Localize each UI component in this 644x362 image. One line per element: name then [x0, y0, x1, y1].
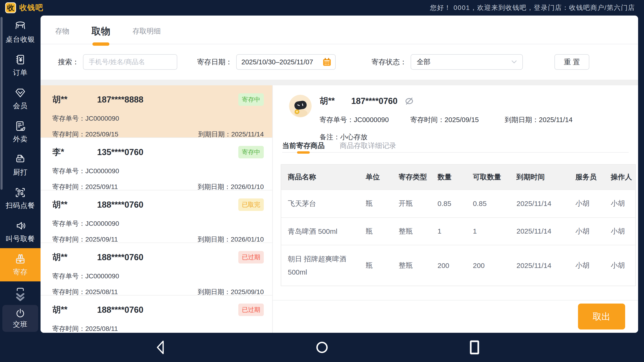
- kitchen-print-icon: [14, 153, 26, 166]
- deposit-order-no: 寄存单号：JC0000090: [52, 219, 264, 228]
- app-logo-icon: 收: [5, 2, 16, 13]
- sidebar-item-label: 外卖: [13, 134, 28, 144]
- home-button[interactable]: [315, 340, 329, 354]
- footer-divider: [273, 300, 638, 300]
- deposit-list-item[interactable]: 李*135****0760寄存中寄存单号：JC0000090寄存时间：2025/…: [40, 138, 272, 190]
- sidebar-item-label: 厨打: [13, 168, 28, 177]
- topbar: 收 收钱吧 您好！ 0001，欢迎来到收钱吧，登录门店：收钱吧商户/第六门店: [0, 0, 644, 16]
- deposit-list-item[interactable]: 胡**187****8888寄存中寄存单号：JC0000090寄存时间：2025…: [40, 85, 272, 138]
- customer-phone: 187****8888: [97, 95, 143, 105]
- sidebar-item-takeout[interactable]: 外卖: [0, 115, 40, 148]
- power-icon: [15, 308, 26, 318]
- table-cell: 200: [466, 245, 510, 286]
- detail-tab-当前寄存商品[interactable]: 当前寄存商品: [282, 138, 324, 152]
- eye-off-icon[interactable]: [404, 97, 414, 105]
- sidebar: 桌台收银订单会员外卖厨打扫码点餐叫号取餐寄存 交班: [0, 16, 40, 333]
- chevron-down-icon: [510, 60, 518, 64]
- table-header-cell: 可取数量: [466, 165, 510, 190]
- tab-存物[interactable]: 存物: [54, 22, 70, 40]
- deposit-order-no: 寄存单号：JC0000090: [52, 114, 264, 123]
- call-pickup-icon: [14, 220, 26, 232]
- back-button[interactable]: [154, 339, 166, 356]
- store-greeting: 您好！ 0001，欢迎来到收钱吧，登录门店：收钱吧商户/第六门店: [430, 3, 635, 12]
- tab-存取明细[interactable]: 存取明细: [132, 22, 162, 40]
- detail-tab-商品存取详细记录[interactable]: 商品存取详细记录: [340, 138, 396, 152]
- deposit-list-item[interactable]: 胡**188****0760已取完寄存单号：JC0000090寄存时间：2025…: [40, 190, 272, 243]
- sidebar-item-table-cashier[interactable]: 桌台收银: [0, 16, 40, 49]
- status-badge: 寄存中: [238, 93, 264, 106]
- sidebar-item-partial[interactable]: [0, 285, 40, 291]
- table-cell: 整瓶: [392, 245, 431, 286]
- sidebar-more[interactable]: [0, 293, 40, 302]
- deposit-list-item[interactable]: 胡**188****0760已过期寄存单号：JC0000090寄存时间：2025…: [40, 243, 272, 296]
- detail-order-label: 寄存单号：: [320, 116, 354, 124]
- status-badge: 寄存中: [238, 146, 264, 158]
- sidebar-item-label: 会员: [13, 101, 28, 111]
- detail-tabs: 当前寄存商品商品存取详细记录: [282, 138, 629, 153]
- deposit-time: 寄存时间：2025/08/11: [52, 288, 118, 296]
- back-triangle-icon: [154, 339, 166, 356]
- tab-取物[interactable]: 取物: [90, 20, 111, 42]
- deposit-list: 胡**187****8888寄存中寄存单号：JC0000090寄存时间：2025…: [40, 85, 273, 333]
- withdraw-button[interactable]: 取出: [578, 304, 625, 330]
- app-brand: 收 收钱吧: [5, 2, 43, 13]
- customer-phone: 188****0760: [97, 305, 143, 315]
- table-header-row: 商品名称单位寄存类型数量可取数量到期时间服务员操作人: [281, 165, 635, 190]
- sidebar-item-label: 交班: [13, 320, 28, 329]
- status-select[interactable]: 全部: [411, 54, 523, 70]
- date-range-value: 2025/10/30–2025/11/07: [242, 58, 313, 66]
- deposit-expire: 到期日期：2026/01/10: [198, 182, 264, 191]
- table-cell: 小胡: [604, 190, 635, 217]
- table-cell: 1: [466, 218, 510, 245]
- table-header-cell: 寄存类型: [392, 165, 431, 190]
- sidebar-item-label: 叫号取餐: [6, 234, 35, 244]
- deposit-list-item[interactable]: 胡**188****0760已过期寄存时间：2025/08/11寄存时间：202…: [40, 296, 272, 333]
- deposit-order-no: 寄存单号：JC0000090: [52, 272, 264, 281]
- main-tabs: 存物取物存取明细: [40, 16, 638, 44]
- detail-customer-phone: 187****0760: [351, 96, 398, 106]
- sidebar-item-shift[interactable]: 交班: [2, 305, 38, 332]
- date-range-field[interactable]: 2025/10/30–2025/11/07: [236, 54, 336, 70]
- table-cell: 飞天茅台: [281, 190, 359, 217]
- main-card: 存物取物存取明细 搜索： 寄存日期： 2025/10/30–2025/11/07…: [40, 16, 638, 333]
- table-cell: 2025/11/14: [510, 218, 569, 245]
- table-row: 飞天茅台瓶开瓶0.850.852025/11/14小胡小胡: [281, 190, 635, 217]
- calendar-icon: [322, 58, 332, 66]
- sidebar-item-kitchen-print[interactable]: 厨打: [0, 148, 40, 182]
- sidebar-item-label: 寄存: [13, 267, 28, 277]
- recents-square-icon: [468, 340, 480, 355]
- deposit-icon: [14, 253, 26, 265]
- detail-customer-name: 胡**: [320, 95, 335, 107]
- deposit-time: 寄存时间：2025/09/11: [52, 235, 118, 244]
- customer-name: 胡**: [52, 199, 97, 210]
- table-cell: 开瓶: [392, 190, 431, 217]
- detail-header: 胡** 187****0760 寄存单号：JC0000090 寄存时间：2025…: [289, 95, 572, 142]
- table-header-cell: 操作人: [604, 165, 635, 190]
- app-logo-text: 收钱吧: [19, 2, 43, 13]
- customer-phone: 188****0760: [97, 200, 143, 210]
- status-badge: 已过期: [238, 304, 264, 316]
- sidebar-item-orders[interactable]: 订单: [0, 49, 40, 82]
- table-header-cell: 商品名称: [281, 165, 359, 190]
- table-cell: 整瓶: [392, 218, 431, 245]
- sidebar-item-deposit[interactable]: 寄存: [0, 248, 40, 282]
- deposit-detail: 胡** 187****0760 寄存单号：JC0000090 寄存时间：2025…: [273, 85, 638, 333]
- sidebar-item-call-pickup[interactable]: 叫号取餐: [0, 215, 40, 248]
- sidebar-item-qr-order[interactable]: 扫码点餐: [0, 182, 40, 215]
- status-label: 寄存状态：: [372, 57, 407, 67]
- deposit-time: 寄存时间：2025/09/11: [52, 182, 118, 191]
- sidebar-item-members[interactable]: 会员: [0, 82, 40, 115]
- home-circle-icon: [315, 340, 329, 354]
- customer-name: 李*: [52, 146, 97, 158]
- sidebar-scrollbar[interactable]: [0, 17, 2, 190]
- sidebar-item-label: 桌台收银: [6, 35, 35, 44]
- customer-name: 胡**: [52, 252, 97, 263]
- partial-box-icon: [14, 285, 26, 291]
- table-cell: 2025/11/14: [510, 190, 569, 217]
- table-cell: 2025/11/14: [510, 245, 569, 286]
- deposit-expire: 到期日期：2026/01/10: [198, 235, 264, 244]
- deposit-time: 寄存时间：2025/09/15: [52, 130, 118, 139]
- recents-button[interactable]: [468, 340, 480, 355]
- search-input[interactable]: [83, 54, 177, 70]
- reset-button[interactable]: 重 置: [554, 54, 589, 70]
